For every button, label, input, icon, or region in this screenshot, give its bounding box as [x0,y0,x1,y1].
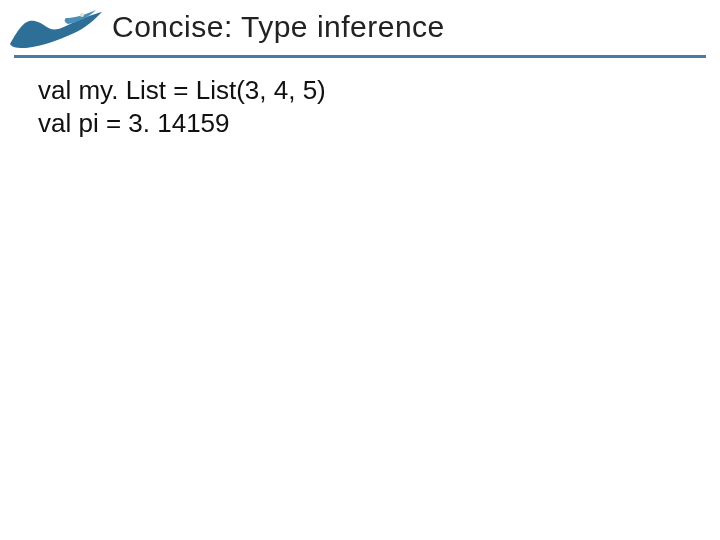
slide-title: Concise: Type inference [112,10,445,44]
slide: Concise: Type inference val my. List = L… [0,0,720,540]
code-line-2: val pi = 3. 14159 [38,107,326,140]
code-block: val my. List = List(3, 4, 5) val pi = 3.… [38,74,326,139]
code-line-1: val my. List = List(3, 4, 5) [38,74,326,107]
title-divider [14,55,706,58]
wave-logo-icon [8,4,104,52]
svg-point-0 [80,13,84,17]
